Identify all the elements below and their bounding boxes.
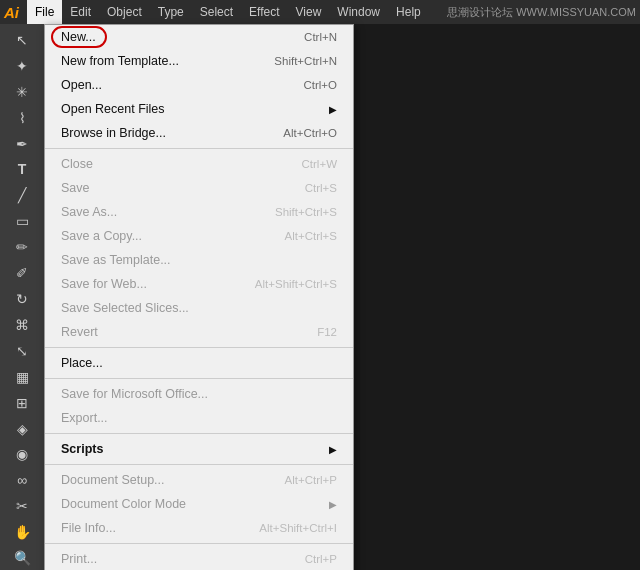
separator-1 [45, 148, 353, 149]
separator-2 [45, 347, 353, 348]
menu-item-revert[interactable]: Revert F12 [45, 320, 353, 344]
menu-item-save-web[interactable]: Save for Web... Alt+Shift+Ctrl+S [45, 272, 353, 296]
watermark: 思潮设计论坛 WWW.MISSYUAN.COM [447, 5, 636, 20]
app-logo: Ai [4, 4, 19, 21]
menu-item-save-template[interactable]: Save as Template... [45, 248, 353, 272]
tool-paintbrush[interactable]: ✏ [9, 235, 35, 259]
tool-direct-selection[interactable]: ✦ [9, 54, 35, 78]
tool-pen[interactable]: ✒ [9, 132, 35, 156]
separator-5 [45, 464, 353, 465]
tool-rect[interactable]: ▭ [9, 209, 35, 233]
tool-eyedropper[interactable]: ◉ [9, 443, 35, 467]
menu-item-save-copy[interactable]: Save a Copy... Alt+Ctrl+S [45, 224, 353, 248]
menu-select[interactable]: Select [192, 0, 241, 24]
menu-item-place[interactable]: Place... [45, 351, 353, 375]
menu-item-save-as[interactable]: Save As... Shift+Ctrl+S [45, 200, 353, 224]
menu-view[interactable]: View [288, 0, 330, 24]
menu-type[interactable]: Type [150, 0, 192, 24]
tool-lasso[interactable]: ⌇ [9, 106, 35, 130]
menu-item-browse-bridge[interactable]: Browse in Bridge... Alt+Ctrl+O [45, 121, 353, 145]
tool-hand[interactable]: ✋ [9, 520, 35, 544]
menu-item-new-from-template[interactable]: New from Template... Shift+Ctrl+N [45, 49, 353, 73]
tool-magic-wand[interactable]: ✳ [9, 80, 35, 104]
menu-item-save-ms-office[interactable]: Save for Microsoft Office... [45, 382, 353, 406]
menu-help[interactable]: Help [388, 0, 429, 24]
scripts-arrow: ▶ [329, 444, 337, 455]
menu-item-close[interactable]: Close Ctrl+W [45, 152, 353, 176]
tool-type[interactable]: T [9, 158, 35, 182]
file-dropdown-menu: New... Ctrl+N New from Template... Shift… [44, 24, 354, 570]
tool-scissors[interactable]: ✂ [9, 494, 35, 518]
menu-bar: Ai File Edit Object Type Select Effect V… [0, 0, 640, 24]
tool-zoom[interactable]: 🔍 [9, 546, 35, 570]
open-recent-arrow: ▶ [329, 104, 337, 115]
new-shortcut: Ctrl+N [304, 31, 337, 43]
menu-item-scripts[interactable]: Scripts ▶ [45, 437, 353, 461]
menu-item-document-color-mode[interactable]: Document Color Mode ▶ [45, 492, 353, 516]
separator-4 [45, 433, 353, 434]
tool-blend[interactable]: ∞ [9, 468, 35, 492]
tool-warp[interactable]: ⌘ [9, 313, 35, 337]
tool-graph[interactable]: ▦ [9, 365, 35, 389]
tool-pencil[interactable]: ✐ [9, 261, 35, 285]
color-mode-arrow: ▶ [329, 499, 337, 510]
menu-item-print[interactable]: Print... Ctrl+P [45, 547, 353, 570]
tool-rotate[interactable]: ↻ [9, 287, 35, 311]
menu-effect[interactable]: Effect [241, 0, 287, 24]
menu-item-open[interactable]: Open... Ctrl+O [45, 73, 353, 97]
menu-item-new[interactable]: New... Ctrl+N [45, 25, 353, 49]
menu-edit[interactable]: Edit [62, 0, 99, 24]
separator-6 [45, 543, 353, 544]
menu-item-save[interactable]: Save Ctrl+S [45, 176, 353, 200]
left-toolbar: ↖ ✦ ✳ ⌇ ✒ T ╱ ▭ ✏ ✐ ↻ ⌘ ⤡ ▦ ⊞ ◈ ◉ ∞ ✂ ✋ … [0, 24, 44, 570]
tool-line[interactable]: ╱ [9, 183, 35, 207]
tool-gradient[interactable]: ◈ [9, 417, 35, 441]
menu-object[interactable]: Object [99, 0, 150, 24]
tool-scale[interactable]: ⤡ [9, 339, 35, 363]
menu-item-save-slices[interactable]: Save Selected Slices... [45, 296, 353, 320]
menu-item-document-setup[interactable]: Document Setup... Alt+Ctrl+P [45, 468, 353, 492]
menu-file[interactable]: File [27, 0, 62, 24]
menu-item-export[interactable]: Export... [45, 406, 353, 430]
tool-selection[interactable]: ↖ [9, 28, 35, 52]
tool-mesh[interactable]: ⊞ [9, 391, 35, 415]
menu-item-file-info[interactable]: File Info... Alt+Shift+Ctrl+I [45, 516, 353, 540]
menu-window[interactable]: Window [329, 0, 388, 24]
menu-item-open-recent[interactable]: Open Recent Files ▶ [45, 97, 353, 121]
separator-3 [45, 378, 353, 379]
new-label: New... [61, 30, 96, 44]
